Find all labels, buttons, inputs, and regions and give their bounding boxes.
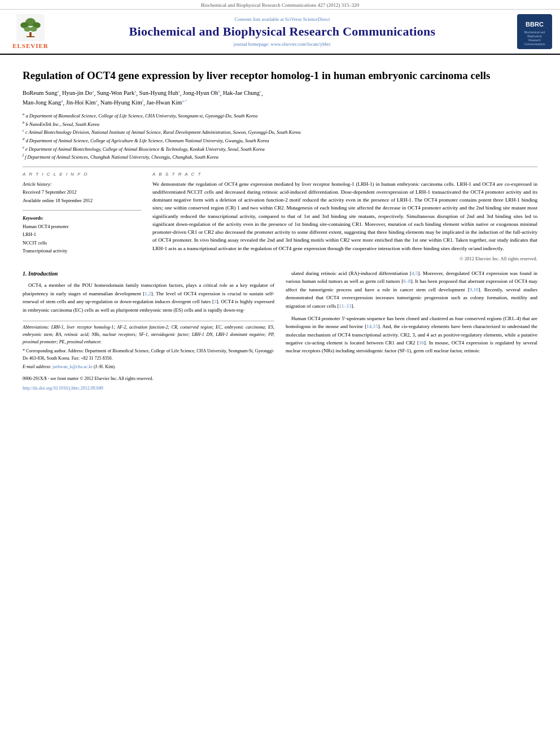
info-abstract-columns: A R T I C L E I N F O Article history: R…	[23, 172, 537, 261]
author-jonghyun: Jong-Hyun Ohb	[183, 90, 220, 96]
svg-point-5	[30, 27, 37, 32]
intro-para3: Human OCT4 promoter 5'-upstream sequence…	[286, 314, 537, 355]
elsevier-logo-area: ELSEVIER	[8, 14, 53, 49]
journal-header-center: Contents lists available at SciVerse Sci…	[53, 16, 511, 47]
article-info-col: A R T I C L E I N F O Article history: R…	[23, 172, 141, 261]
ref-6-8[interactable]: 6–8	[403, 278, 411, 284]
sciverse-link: Contents lists available at SciVerse Sci…	[59, 16, 506, 22]
svg-text:Communications: Communications	[524, 42, 545, 46]
keyword-4: Transcriptional activity	[23, 247, 141, 255]
divider-keywords	[23, 210, 141, 211]
bbrc-logo-icon: BBRC Biochemical and Biophysical Researc…	[517, 14, 552, 49]
issn-line: 0006-291X/$ - see front matter © 2012 El…	[23, 375, 274, 383]
svg-text:Biophysical: Biophysical	[527, 34, 541, 38]
elsevier-logo: ELSEVIER	[8, 14, 53, 49]
author-hyunjin: Hyun-jin Doa	[62, 90, 94, 96]
affiliation-d: d d Department of Animal Science, Colleg…	[23, 136, 537, 145]
article-history: Article history: Received 7 September 20…	[23, 180, 141, 204]
available-date: Available online 18 September 2012	[23, 196, 141, 204]
keyword-1: Human OCT4 promoter	[23, 222, 141, 230]
intro-para2: ulated during retinoic acid (RA)-induced…	[286, 269, 537, 310]
journal-homepage: journal homepage: www.elsevier.com/locat…	[59, 41, 506, 47]
keywords-section: Keywords: Human OCT4 promoter LRH-1 NCCI…	[23, 215, 141, 255]
affiliation-a: a a Department of Biomedical Science, Co…	[23, 111, 537, 120]
keyword-3: NCCIT cells	[23, 239, 141, 247]
svg-text:Research: Research	[528, 38, 541, 42]
body-col-right: ulated during retinoic acid (RA)-induced…	[286, 269, 537, 392]
divider-1	[23, 167, 537, 167]
copyright-line: © 2012 Elsevier Inc. All rights reserved…	[152, 256, 537, 261]
keyword-2: LRH-1	[23, 230, 141, 238]
ref-1-2[interactable]: 1,2	[145, 291, 151, 296]
author-boreum: BoReum Sunga	[23, 90, 59, 96]
journal-header: ELSEVIER Contents lists available at Sci…	[0, 10, 560, 55]
main-body: 1. Introduction OCT4, a member of the PO…	[23, 269, 537, 392]
author-jaehwan: Jae-Hwan Kima,*	[146, 99, 187, 106]
affiliations: a a Department of Biomedical Science, Co…	[23, 111, 537, 160]
author-namhyung: Nam-Hyung Kimf	[100, 99, 143, 106]
article-title: Regulation of OCT4 gene expression by li…	[23, 68, 537, 83]
footnote-email-text: E-mail address: jaehwan_k@cha.ac.kr (J.-…	[23, 364, 116, 369]
received-date: Received 7 September 2012	[23, 188, 141, 196]
footnote-abbrev-text: Abbreviations: LRH-1, liver receptor hom…	[23, 325, 274, 344]
sciverse-link-text[interactable]: SciVerse ScienceDirect	[285, 16, 330, 22]
journal-title: Biochemical and Biophysical Research Com…	[59, 24, 506, 39]
ref-11-13[interactable]: 11–13	[339, 303, 351, 309]
author-manjong: Man-Jong Kangd	[23, 99, 63, 106]
elsevier-text: ELSEVIER	[12, 42, 49, 49]
journal-top-bar: Biochemical and Biophysical Research Com…	[0, 0, 560, 10]
svg-text:BBRC: BBRC	[526, 21, 544, 28]
svg-text:Biochemical and: Biochemical and	[524, 30, 545, 34]
author-hakjae: Hak-Jae Chungc	[223, 90, 261, 96]
footnote-corresponding: * Corresponding author. Address: Departm…	[23, 348, 274, 362]
doi-line: http://dx.doi.org/10.1016/j.bbrc.2012.09…	[23, 385, 274, 392]
issn-text: 0006-291X/$ - see front matter © 2012 El…	[23, 376, 153, 381]
history-label: Article history:	[23, 180, 141, 188]
affiliation-e: e e Department of Animal Biotechnology, …	[23, 145, 537, 153]
abstract-text: We demonstrate the regulation of OCT4 ge…	[152, 180, 537, 252]
abstract-paragraph: We demonstrate the regulation of OCT4 ge…	[152, 180, 537, 252]
ref-3[interactable]: 3	[214, 299, 217, 304]
footnote-corresponding-text: * Corresponding author. Address: Departm…	[23, 348, 274, 361]
homepage-label: journal homepage:	[234, 41, 270, 47]
affiliation-c: c c Animal Biotechnology Division, Natio…	[23, 128, 537, 136]
author-sunhyung: Sun-Hyung Huha	[139, 90, 180, 96]
keywords-label: Keywords:	[23, 215, 141, 221]
abstract-col: A B S T R A C T We demonstrate the regul…	[152, 172, 537, 261]
journal-citation: Biochemical and Biophysical Research Com…	[201, 2, 360, 8]
intro-para1: OCT4, a member of the POU homeodomain fa…	[23, 281, 274, 314]
footnote-email: E-mail address: jaehwan_k@cha.ac.kr (J.-…	[23, 364, 274, 371]
author-jinhoi: Jin-Hoi Kime	[66, 99, 98, 106]
abstract-label: A B S T R A C T	[152, 172, 537, 177]
elsevier-tree-icon	[15, 14, 46, 41]
authors-line: BoReum Sunga, Hyun-jin Doa, Sung-Won Par…	[23, 89, 537, 108]
article-content: Regulation of OCT4 gene expression by li…	[0, 55, 560, 397]
homepage-url[interactable]: www.elsevier.com/locate/ybbrc	[270, 41, 331, 47]
email-link[interactable]: jaehwan_k@cha.ac.kr	[53, 364, 93, 369]
ref-16[interactable]: 16	[419, 340, 424, 346]
intro-heading: 1. Introduction	[23, 269, 274, 278]
ref-9-10[interactable]: 9,10	[470, 287, 479, 292]
footnote-abbreviations: Abbreviations: LRH-1, liver receptor hom…	[23, 324, 274, 346]
affiliation-f: f f Department of Animal Sciences, Chung…	[23, 152, 537, 161]
body-columns: 1. Introduction OCT4, a member of the PO…	[23, 269, 537, 392]
ref-14-15[interactable]: 14,15	[366, 324, 378, 329]
page: Biochemical and Biophysical Research Com…	[0, 0, 560, 397]
footnotes-area: Abbreviations: LRH-1, liver receptor hom…	[23, 321, 274, 392]
article-info-label: A R T I C L E I N F O	[23, 172, 141, 177]
ref-4-5[interactable]: 4,5	[412, 270, 418, 276]
bbrc-logo-area: BBRC Biochemical and Biophysical Researc…	[511, 14, 552, 49]
keywords-list: Human OCT4 promoter LRH-1 NCCIT cells Tr…	[23, 222, 141, 255]
svg-rect-7	[27, 36, 34, 37]
body-col-left: 1. Introduction OCT4, a member of the PO…	[23, 269, 274, 392]
affiliation-b: b b NanoEnTek Inc., Seoul, South Korea	[23, 120, 537, 128]
svg-point-4	[24, 27, 30, 32]
sciverse-text: Contents lists available at	[235, 16, 284, 22]
author-sungwon: Sung-Won Parka	[97, 90, 137, 96]
doi-link[interactable]: http://dx.doi.org/10.1016/j.bbrc.2012.09…	[23, 386, 103, 391]
